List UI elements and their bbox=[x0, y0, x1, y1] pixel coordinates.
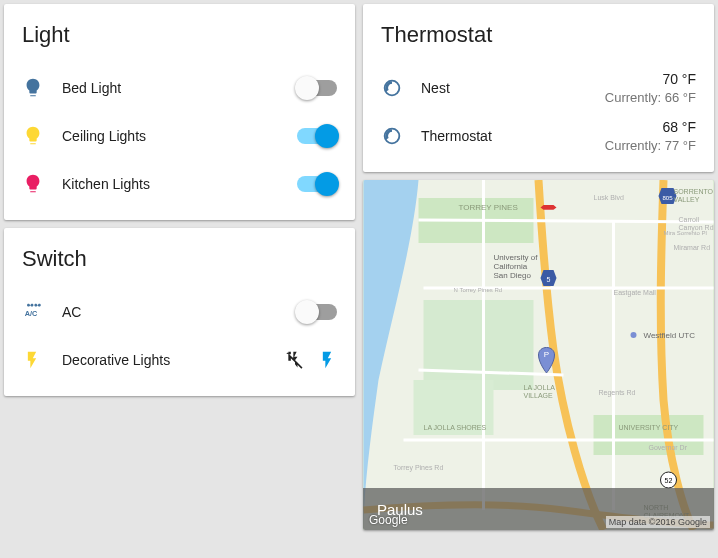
thermostat-readout[interactable]: 70 °F Currently: 66 °F bbox=[605, 70, 696, 106]
map-road-label: Torrey Pines Rd bbox=[394, 464, 444, 472]
light-row-kitchen: Kitchen Lights bbox=[22, 160, 337, 208]
thermostat-row-nest: Nest 70 °F Currently: 66 °F bbox=[381, 64, 696, 112]
switch-label: AC bbox=[62, 304, 297, 320]
switch-toggle-ac[interactable] bbox=[297, 304, 337, 320]
svg-point-13 bbox=[631, 332, 637, 338]
flash-icon bbox=[22, 350, 62, 370]
svg-text:5: 5 bbox=[547, 276, 551, 283]
light-card-title: Light bbox=[22, 22, 337, 48]
flash-off-button[interactable] bbox=[285, 350, 305, 370]
thermostat-current: Currently: 77 °F bbox=[605, 137, 696, 155]
thermostat-readout[interactable]: 68 °F Currently: 77 °F bbox=[605, 118, 696, 154]
map-road-label: Eastgate Mall bbox=[614, 289, 657, 297]
map-label: LA JOLLA SHORES bbox=[424, 424, 487, 431]
switch-row-decorative: Decorative Lights bbox=[22, 336, 337, 384]
flash-on-button[interactable] bbox=[317, 350, 337, 370]
map-canvas[interactable]: 5 805 52 P TORREY PINES SORRENTOVALLEY U… bbox=[363, 180, 714, 530]
map-label: TORREY PINES bbox=[459, 203, 518, 212]
light-label: Ceiling Lights bbox=[62, 128, 297, 144]
map-attribution: Map data ©2016 Google bbox=[606, 516, 710, 528]
thermostat-icon bbox=[381, 77, 421, 99]
google-logo: Google bbox=[369, 513, 408, 527]
switch-card: Switch A/C AC Decorative Lights bbox=[4, 228, 355, 396]
thermostat-card: Thermostat Nest 70 °F Currently: 66 °F T… bbox=[363, 4, 714, 172]
svg-text:52: 52 bbox=[665, 477, 673, 484]
ac-icon: A/C bbox=[22, 301, 62, 323]
map-label: UNIVERSITY CITY bbox=[619, 424, 679, 431]
bulb-icon bbox=[22, 173, 62, 195]
highway-shield-icon: 52 bbox=[661, 472, 677, 488]
map-road-label: Miramar Rd bbox=[674, 244, 711, 251]
thermostat-current: Currently: 66 °F bbox=[605, 89, 696, 107]
light-row-ceiling: Ceiling Lights bbox=[22, 112, 337, 160]
light-label: Kitchen Lights bbox=[62, 176, 297, 192]
thermostat-row-thermostat: Thermostat 68 °F Currently: 77 °F bbox=[381, 112, 696, 160]
light-toggle-ceiling[interactable] bbox=[297, 128, 337, 144]
light-toggle-bed[interactable] bbox=[297, 80, 337, 96]
thermostat-label: Thermostat bbox=[421, 128, 605, 144]
bulb-icon bbox=[22, 77, 62, 99]
map-road-label: Mira Sorrento Pl bbox=[664, 230, 707, 236]
thermostat-target: 70 °F bbox=[605, 70, 696, 89]
map-road-label: Governor Dr bbox=[649, 444, 688, 451]
bulb-icon bbox=[22, 125, 62, 147]
thermostat-target: 68 °F bbox=[605, 118, 696, 137]
light-label: Bed Light bbox=[62, 80, 297, 96]
map-road-label: Regents Rd bbox=[599, 389, 636, 397]
map-card[interactable]: 5 805 52 P TORREY PINES SORRENTOVALLEY U… bbox=[363, 180, 714, 530]
switch-card-title: Switch bbox=[22, 246, 337, 272]
thermostat-label: Nest bbox=[421, 80, 605, 96]
svg-text:P: P bbox=[544, 350, 549, 359]
svg-rect-5 bbox=[424, 300, 534, 390]
thermostat-icon bbox=[381, 125, 421, 147]
map-road-label: Lusk Blvd bbox=[594, 194, 624, 201]
light-card: Light Bed Light Ceiling Lights bbox=[4, 4, 355, 220]
switch-row-ac: A/C AC bbox=[22, 288, 337, 336]
svg-text:A/C: A/C bbox=[25, 309, 38, 318]
map-poi-label: Westfield UTC bbox=[644, 331, 696, 340]
map-label: LA JOLLAVILLAGE bbox=[524, 384, 556, 399]
map-road-label: N Torrey Pines Rd bbox=[454, 287, 503, 293]
switch-label: Decorative Lights bbox=[62, 352, 285, 368]
svg-text:805: 805 bbox=[662, 195, 673, 201]
thermostat-card-title: Thermostat bbox=[381, 22, 696, 48]
light-row-bed: Bed Light bbox=[22, 64, 337, 112]
light-toggle-kitchen[interactable] bbox=[297, 176, 337, 192]
